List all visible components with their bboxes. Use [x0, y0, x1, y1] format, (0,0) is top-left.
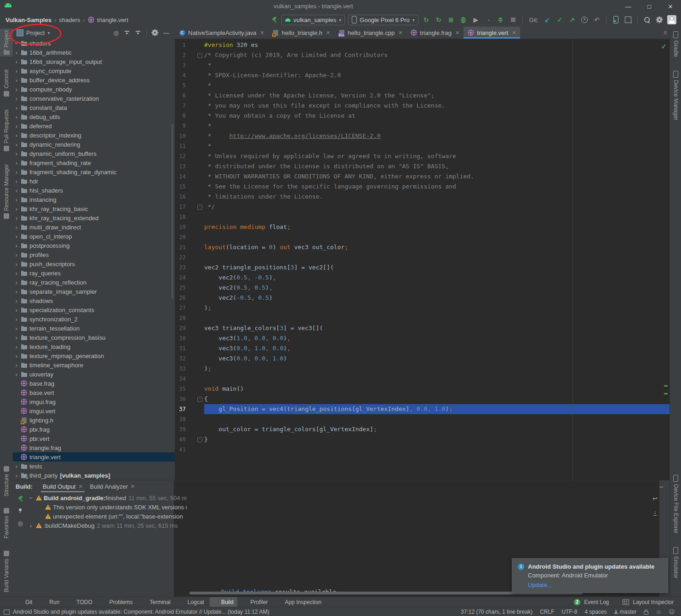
tree-row[interactable]: constant_data	[13, 103, 175, 112]
inspections-ok-icon[interactable]: ✓	[661, 42, 667, 51]
tree-row[interactable]: triangle.vert	[13, 452, 175, 462]
tree-row[interactable]: dynamic_rendering	[13, 140, 175, 149]
breadcrumb-project[interactable]: Vulkan-Samples	[6, 17, 52, 23]
search-everywhere-button[interactable]	[642, 15, 652, 24]
readonly-lock-icon[interactable]	[644, 611, 648, 615]
menu-item[interactable]	[82, 5, 89, 8]
code-line[interactable]: 38 -	[175, 414, 670, 424]
tree-row[interactable]: pbr.vert	[13, 434, 175, 443]
code-line[interactable]: 13 - * distributed under the License is …	[175, 161, 670, 171]
breadcrumb-file[interactable]: triangle.vert	[97, 17, 128, 23]
tree-row[interactable]: shadows	[13, 296, 175, 305]
editor-tab[interactable]: hello_triangle.cpp ✕	[334, 27, 406, 39]
tree-chevron-icon[interactable]	[13, 371, 20, 378]
close-tab-icon[interactable]: ✕	[326, 30, 330, 36]
profiler-button[interactable]	[484, 15, 493, 24]
tool-window-button[interactable]: Pull Requests	[3, 109, 10, 151]
fold-marker-icon[interactable]: -	[197, 53, 202, 58]
code-line[interactable]: 32 - vec3(0.0, 0.0, 1.0)	[175, 354, 670, 364]
restart-build-icon[interactable]	[17, 495, 23, 502]
tool-window-button[interactable]: Favorites	[3, 508, 10, 538]
tree-row[interactable]: khr_ray_tracing_basic	[13, 204, 175, 213]
tree-row[interactable]: texture_mipmap_generation	[13, 351, 175, 360]
tree-chevron-icon[interactable]	[13, 178, 20, 185]
tool-window-button[interactable]: Gradle	[673, 31, 679, 57]
tree-chevron-icon[interactable]	[13, 242, 20, 249]
feedback-happy-icon[interactable]: ☺	[656, 609, 661, 615]
code-line[interactable]: 21 - layout(location = 0) out vec3 out_c…	[175, 242, 670, 252]
code-line[interactable]: 22 -	[175, 252, 670, 262]
build-tree-row[interactable]: Build android_gradle: finished 11 min, 5…	[28, 493, 187, 502]
tree-chevron-icon[interactable]	[13, 132, 20, 139]
fold-marker-icon[interactable]: -	[197, 437, 202, 442]
tree-chevron-icon[interactable]	[13, 251, 20, 258]
apply-code-changes-button[interactable]: ≣	[446, 15, 456, 24]
hide-panel-icon[interactable]: —	[163, 29, 169, 36]
close-tab-icon[interactable]: ✕	[455, 30, 459, 36]
tool-window-button[interactable]: Run	[38, 597, 63, 607]
tool-window-button[interactable]: Build	[210, 597, 237, 607]
tool-window-button[interactable]: Device Manager	[673, 71, 679, 120]
editor-tab[interactable]: triangle.frag ✕	[406, 27, 464, 39]
tree-chevron-icon[interactable]	[13, 104, 20, 111]
code-line[interactable]: 16 - * limitations under the License.	[175, 192, 670, 202]
code-line[interactable]: 5 - *	[175, 80, 670, 91]
close-tab-icon[interactable]: ✕	[512, 30, 516, 36]
fold-marker-icon[interactable]: -	[197, 397, 202, 402]
code-line[interactable]: 12 - * Unless required by applicable law…	[175, 151, 670, 161]
tree-row[interactable]: descriptor_indexing	[13, 131, 175, 140]
tree-row[interactable]: imgui.frag	[13, 397, 175, 406]
tree-row[interactable]: fragment_shading_rate	[13, 158, 175, 167]
feedback-sad-icon[interactable]: ☹	[669, 609, 675, 615]
tree-chevron-icon[interactable]	[13, 288, 20, 295]
menu-item[interactable]	[32, 5, 40, 8]
tree-row[interactable]: ray_queries	[13, 268, 175, 278]
menu-item[interactable]	[90, 5, 97, 8]
tree-row[interactable]: tests	[13, 462, 175, 471]
tree-row[interactable]: third_party [vulkan_samples]	[13, 471, 175, 480]
code-line[interactable]: 29 - vec3 triangle_colors[3] = vec3[](	[175, 323, 670, 333]
caret-position[interactable]: 37:12 (70 chars, 1 line break)	[461, 609, 532, 615]
code-line[interactable]: 39 - out_color = triangle_colors[gl_Vert…	[175, 424, 670, 434]
tree-row[interactable]: push_descriptors	[13, 259, 175, 268]
tree-row[interactable]: synchronization_2	[13, 314, 175, 324]
scroll-to-end-icon[interactable]: ↓	[653, 508, 657, 516]
tree-chevron-icon[interactable]	[13, 316, 20, 323]
indent-indicator[interactable]: 4 spaces	[584, 609, 607, 615]
tool-window-button[interactable]: Git	[14, 597, 36, 607]
tree-chevron-icon[interactable]	[28, 522, 34, 529]
tree-chevron-icon[interactable]	[13, 150, 20, 157]
code-line[interactable]: 26 - vec2(-0.5, 0.5)	[175, 293, 670, 303]
git-push-button[interactable]: ↗	[567, 15, 577, 24]
update-link[interactable]: Update...	[528, 582, 662, 588]
tree-row[interactable]: hlsl_shaders	[13, 186, 175, 195]
menu-item[interactable]	[40, 5, 48, 8]
close-button[interactable]: ✕	[660, 0, 681, 13]
code-line[interactable]: 18 -	[175, 212, 670, 222]
breadcrumb-folder[interactable]: shaders	[59, 17, 80, 23]
code-line[interactable]: 41 -	[175, 445, 670, 455]
tree-chevron-icon[interactable]	[13, 86, 20, 93]
code-line[interactable]: 27 - );	[175, 303, 670, 313]
code-line[interactable]: 40 - }	[175, 434, 670, 445]
tree-chevron-icon[interactable]	[13, 270, 20, 277]
apply-changes-button[interactable]: ↻	[434, 15, 443, 24]
code-line[interactable]: 30 - vec3(1.0, 0.0, 0.0),	[175, 333, 670, 343]
tree-chevron-icon[interactable]	[13, 279, 20, 286]
tree-chevron-icon[interactable]	[13, 307, 20, 314]
editor-tab[interactable]: NativeSampleActivity.java ✕	[175, 27, 269, 39]
code-line[interactable]: 23 - vec2 triangle_positions[3] = vec2[]…	[175, 262, 670, 273]
tree-chevron-icon[interactable]	[13, 233, 20, 240]
line-ending-indicator[interactable]: CRLF	[540, 609, 554, 615]
tree-chevron-icon[interactable]	[13, 325, 20, 332]
status-message[interactable]: Android Studio and plugin updates availa…	[13, 609, 269, 615]
expand-all-icon[interactable]	[124, 30, 130, 35]
locate-file-icon[interactable]: ◎	[114, 29, 119, 36]
device-select[interactable]: Google Pixel 6 Pro ▾	[348, 15, 418, 25]
tree-row[interactable]: base.vert	[13, 388, 175, 397]
tree-chevron-icon[interactable]	[13, 362, 20, 369]
code-line[interactable]: 10 - * http://www.apache.org/licenses/LI…	[175, 131, 670, 141]
profile-debuggable-button[interactable]	[496, 15, 505, 24]
code-line[interactable]: 20 -	[175, 232, 670, 242]
tree-chevron-icon[interactable]	[13, 353, 20, 359]
